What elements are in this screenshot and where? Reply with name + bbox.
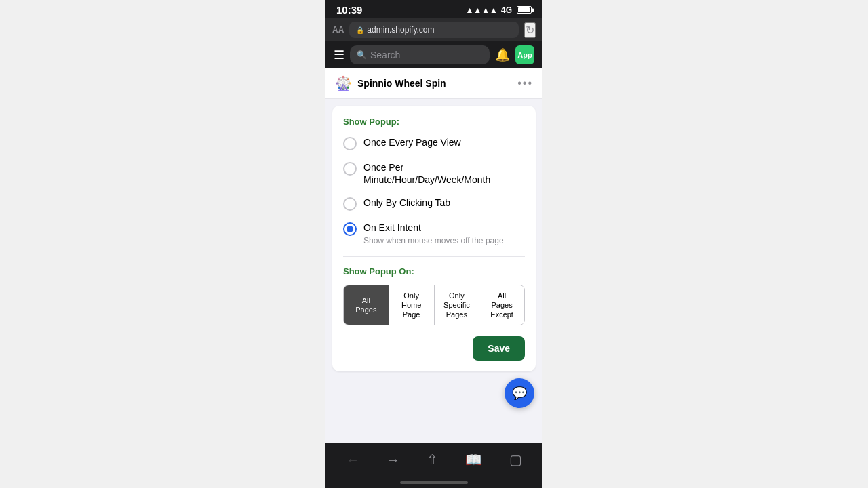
popup-settings-card: Show Popup: Once Every Page View Once Pe… [332,106,536,371]
all-pages-button[interactable]: AllPages [344,285,389,325]
share-button[interactable]: ⇧ [427,451,438,468]
radio-exit-intent-label: On Exit Intent [363,222,504,234]
search-bar[interactable]: 🔍 Search [350,45,490,64]
app-name: Spinnio Wheel Spin [357,78,446,89]
back-button[interactable]: ← [346,452,359,468]
save-row: Save [343,336,525,361]
signal-bars-icon: ▲▲▲▲ [465,5,498,15]
only-home-page-button[interactable]: OnlyHomePage [389,285,435,325]
radio-once-per[interactable]: Once Per Minute/Hour/Day/Week/Month [343,161,525,186]
browser-nav: ☰ 🔍 Search 🔔 App [326,41,542,68]
notifications-button[interactable]: 🔔 [495,47,510,62]
app-header: 🎡 Spinnio Wheel Spin ••• [326,68,542,99]
radio-once-every-circle[interactable] [343,137,357,150]
home-pill [400,481,468,484]
lock-icon: 🔒 [356,26,364,34]
only-specific-pages-button[interactable]: OnlySpecificPages [435,285,480,325]
main-content: Show Popup: Once Every Page View Once Pe… [326,99,542,443]
hamburger-menu-button[interactable]: ☰ [334,47,344,62]
radio-clicking-tab-circle[interactable] [343,197,357,211]
aa-label[interactable]: AA [332,25,344,35]
bottom-toolbar: ← → ⇧ 📖 ▢ [326,443,542,481]
app-logo: 🎡 Spinnio Wheel Spin [335,75,446,92]
page-buttons-group: AllPages OnlyHomePage OnlySpecificPages … [343,285,525,326]
url-text: admin.shopify.com [367,25,434,35]
divider [343,256,525,257]
more-options-button[interactable]: ••• [517,77,533,89]
status-icons: ▲▲▲▲ 4G [465,5,532,15]
bookmarks-button[interactable]: 📖 [465,451,482,468]
show-popup-on-label: Show Popup On: [343,266,525,277]
radio-once-every-page-view[interactable]: Once Every Page View [343,136,525,150]
app-badge[interactable]: App [515,45,534,64]
all-pages-except-button[interactable]: AllPagesExcept [479,285,524,325]
show-popup-label: Show Popup: [343,117,525,127]
network-label: 4G [501,5,512,15]
tabs-button[interactable]: ▢ [509,451,522,468]
radio-once-per-label: Once Per Minute/Hour/Day/Week/Month [363,161,525,186]
phone-frame: 10:39 ▲▲▲▲ 4G AA 🔒 admin.shopify.com ↻ ☰… [326,0,542,488]
home-indicator [326,481,542,488]
battery-icon [517,6,532,14]
chat-icon: 💬 [512,386,527,401]
radio-exit-intent[interactable]: On Exit Intent Show when mouse moves off… [343,222,525,245]
radio-clicking-tab[interactable]: Only By Clicking Tab [343,197,525,211]
radio-clicking-tab-label: Only By Clicking Tab [363,197,450,209]
radio-once-every-label: Once Every Page View [363,136,461,148]
radio-once-per-circle[interactable] [343,162,357,176]
status-bar: 10:39 ▲▲▲▲ 4G [326,0,542,18]
save-button[interactable]: Save [473,336,525,361]
chat-float-container: 💬 [326,378,542,415]
status-time: 10:39 [336,4,362,16]
search-placeholder: Search [370,49,400,60]
radio-exit-intent-circle[interactable] [343,222,357,236]
url-field[interactable]: 🔒 admin.shopify.com [349,22,519,38]
browser-url-bar: AA 🔒 admin.shopify.com ↻ [326,18,542,41]
reload-button[interactable]: ↻ [524,22,536,38]
radio-exit-intent-sublabel: Show when mouse moves off the page [363,236,504,245]
app-logo-icon: 🎡 [335,75,352,92]
forward-button[interactable]: → [387,452,400,468]
chat-button[interactable]: 💬 [505,378,534,408]
search-icon: 🔍 [357,50,367,60]
